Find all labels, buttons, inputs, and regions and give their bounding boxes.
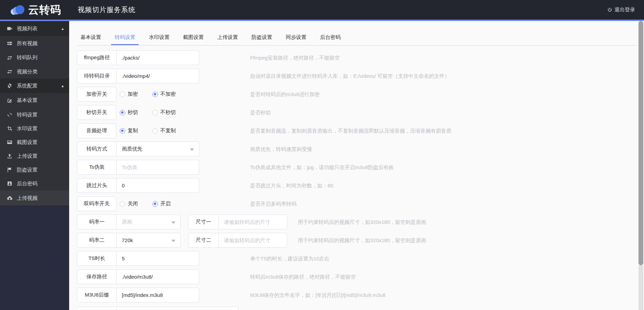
refresh-icon bbox=[7, 112, 12, 117]
form-row-skip-intro: 跳过片头 是否跳过片头，时间为秒数，如：60 bbox=[77, 178, 199, 193]
radio-option[interactable]: 秒切 bbox=[120, 109, 138, 116]
field-label: M3U8后缀 bbox=[77, 288, 117, 302]
scrollbar-thumb[interactable] bbox=[638, 21, 643, 265]
select-value: 720k bbox=[117, 237, 133, 243]
tab-upload-settings[interactable]: 上传设置 bbox=[214, 30, 242, 45]
radio-circle[interactable] bbox=[152, 110, 158, 115]
edit-icon bbox=[7, 98, 12, 103]
field-hint: 转码后m3u8保存的路径，绝对路径，不能留空 bbox=[250, 273, 356, 280]
sidebar-item-system-config[interactable]: 系统配置 ▲ bbox=[0, 79, 69, 93]
save-path-input[interactable] bbox=[117, 274, 199, 280]
skip-intro-input[interactable] bbox=[117, 183, 199, 188]
radio-label: 关闭 bbox=[128, 200, 138, 207]
radio-option[interactable]: 不加密 bbox=[152, 91, 176, 97]
radio-circle[interactable] bbox=[120, 128, 125, 134]
m3u8-suffix-input[interactable] bbox=[117, 292, 199, 298]
caret-up-icon: ▲ bbox=[61, 84, 64, 88]
form-row-ts-disguise: Ts伪装 Ts伪装成其他文件，如：jpg，该功能只在开启m3u8防盗后有效 bbox=[77, 160, 199, 175]
radio-circle[interactable] bbox=[120, 110, 125, 115]
size-two-input[interactable] bbox=[219, 237, 287, 243]
source-dir-input[interactable] bbox=[117, 73, 199, 79]
sidebar-item-video-category[interactable]: 视频分类 bbox=[0, 65, 69, 79]
tab-admin-password[interactable]: 后台密码 bbox=[316, 30, 344, 45]
upload-icon bbox=[7, 153, 12, 159]
tab-transcode-settings[interactable]: 转码设置 bbox=[111, 30, 139, 45]
topbar: 云转码 视频切片服务系统 退出登录 bbox=[0, 0, 644, 20]
transcode-mode-select[interactable]: 画质优先 bbox=[117, 142, 199, 156]
radio-circle[interactable] bbox=[120, 92, 125, 97]
flag-icon bbox=[7, 167, 12, 173]
form-row-transcode-mode: 转码方式 画质优先 画质优先，转码速度则变慢 bbox=[77, 142, 199, 156]
field-label: 跳过片头 bbox=[77, 178, 117, 193]
sidebar-item-upload-video[interactable]: 上传视频 bbox=[0, 190, 69, 206]
radio-label: 复制 bbox=[128, 127, 138, 134]
tab-screenshot-settings[interactable]: 截图设置 bbox=[180, 30, 207, 45]
radio-option[interactable]: 不秒切 bbox=[152, 109, 176, 116]
field-hint: Ffmpeg安装路径，绝对路径，不能留空 bbox=[250, 54, 340, 61]
field-hint: 是否秒切 bbox=[250, 109, 271, 116]
sidebar-item-label: 水印设置 bbox=[17, 125, 37, 132]
ffmpeg-path-input[interactable] bbox=[117, 55, 199, 61]
field-hint: 是否开启多码率转码 bbox=[250, 200, 297, 207]
field-label: ffmpeg路径 bbox=[77, 51, 117, 65]
sidebar-item-label: 视频列表 bbox=[17, 25, 37, 32]
field-label: 保存路径 bbox=[77, 270, 117, 284]
logout-label: 退出登录 bbox=[614, 7, 635, 13]
radio-option[interactable]: 不复制 bbox=[152, 127, 176, 134]
video-camera-icon bbox=[7, 26, 12, 31]
radio-label: 不加密 bbox=[160, 91, 176, 97]
radio-option[interactable]: 关闭 bbox=[120, 200, 138, 207]
logo: 云转码 bbox=[10, 3, 61, 17]
caret-up-icon: ▲ bbox=[61, 27, 64, 31]
sidebar-item-upload-settings[interactable]: 上传设置 bbox=[0, 149, 69, 163]
tab-basic-settings[interactable]: 基本设置 bbox=[77, 30, 105, 45]
size-one-input[interactable] bbox=[219, 219, 287, 225]
form-row-save-path: 保存路径 转码后m3u8保存的路径，绝对路径，不能留空 bbox=[77, 269, 199, 284]
sidebar-item-video-list[interactable]: 视频列表 ▲ bbox=[0, 21, 69, 36]
scrollbar-track bbox=[638, 265, 643, 310]
caret-down-icon bbox=[171, 221, 175, 224]
transfer-icon bbox=[7, 55, 12, 61]
page-title: 视频切片服务系统 bbox=[78, 5, 136, 14]
sidebar-item-antitheft-settings[interactable]: 防盗设置 bbox=[0, 163, 69, 177]
sidebar-item-basic-settings[interactable]: 基本设置 bbox=[0, 93, 69, 108]
bitrate-one-select[interactable]: 原画 bbox=[117, 215, 180, 229]
logout-button[interactable]: 退出登录 bbox=[607, 0, 635, 20]
radio-circle[interactable] bbox=[120, 201, 125, 207]
sidebar-item-watermark-settings[interactable]: 水印设置 bbox=[0, 122, 69, 135]
transfer-icon bbox=[7, 69, 12, 74]
radio-circle[interactable] bbox=[152, 128, 158, 134]
radio-circle[interactable] bbox=[152, 92, 158, 97]
ts-duration-input[interactable] bbox=[117, 256, 199, 261]
list-icon bbox=[7, 41, 12, 46]
sidebar-item-transcode-queue[interactable]: 转码队列 bbox=[0, 51, 69, 65]
sidebar-item-all-videos[interactable]: 所有视频 bbox=[0, 36, 69, 51]
sidebar-item-admin-password[interactable]: 后台密码 bbox=[0, 177, 69, 190]
tab-sync-settings[interactable]: 同步设置 bbox=[282, 30, 310, 45]
tab-antitheft-settings[interactable]: 防盗设置 bbox=[248, 30, 276, 45]
field-label bbox=[77, 307, 117, 310]
field-hint: 是否对转码后的m3u8进行加密 bbox=[250, 91, 320, 97]
id-card-icon bbox=[7, 181, 12, 186]
field-label: 尺寸一 bbox=[189, 215, 219, 229]
field-label: 双码率开关 bbox=[77, 196, 116, 211]
radio-option[interactable]: 加密 bbox=[120, 91, 138, 97]
form-row-partial bbox=[77, 307, 238, 310]
gear-icon bbox=[7, 83, 12, 89]
bitrate-two-select[interactable]: 720k bbox=[117, 233, 180, 247]
sidebar-item-transcode-settings[interactable]: 转码设置 bbox=[0, 108, 69, 122]
sidebar: 视频列表 ▲ 所有视频 转码队列 视频分类 系统配置 ▲ 基本设置 转码设置 水… bbox=[0, 21, 69, 310]
radio-option[interactable]: 开启 bbox=[152, 200, 171, 207]
radio-circle[interactable] bbox=[152, 201, 158, 207]
form-row-audio-handling: 音频处理 复制 不复制 是否复制音频流，复制则原音质输出，不复制音频流即默认压缩… bbox=[77, 123, 176, 138]
ts-disguise-input[interactable] bbox=[117, 164, 199, 170]
form-row-bitrate-one: 码率一 原画 尺寸一 用于约束转码后的视频尺寸，如320x180，留空则是原画 bbox=[77, 215, 287, 229]
field-label: 码率一 bbox=[77, 215, 117, 229]
audio-radio-group: 复制 不复制 bbox=[120, 127, 176, 134]
tab-watermark-settings[interactable]: 水印设置 bbox=[146, 30, 173, 45]
radio-option[interactable]: 复制 bbox=[120, 127, 138, 134]
field-hint: 画质优先，转码速度则变慢 bbox=[250, 146, 312, 152]
sidebar-item-label: 上传视频 bbox=[17, 195, 37, 202]
sidebar-item-screenshot-settings[interactable]: 截图设置 bbox=[0, 135, 69, 149]
main-content: 基本设置 转码设置 水印设置 截图设置 上传设置 防盗设置 同步设置 后台密码 … bbox=[69, 21, 637, 310]
